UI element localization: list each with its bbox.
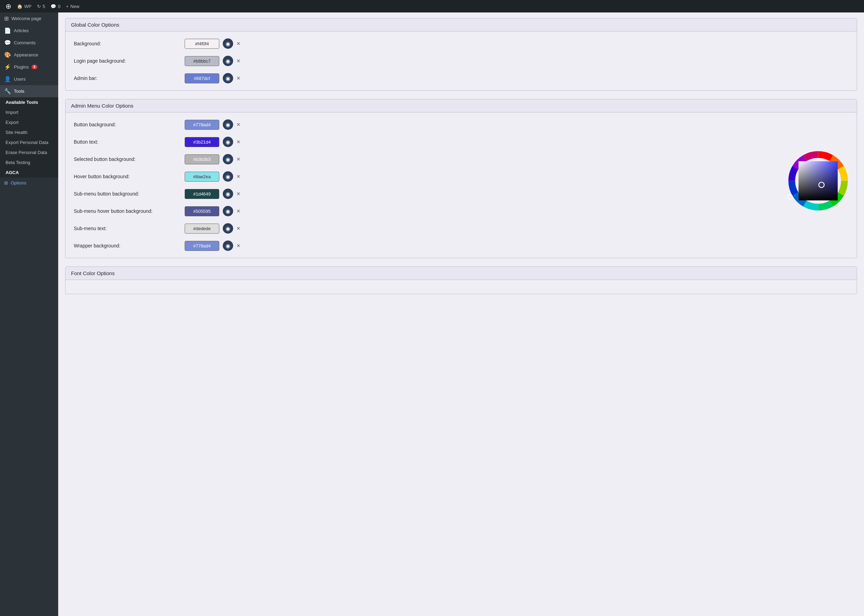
submenu-export[interactable]: Export (0, 117, 58, 127)
export-label: Export (6, 120, 19, 125)
submenu-hover-eyedropper[interactable]: ◉ (223, 206, 233, 216)
submenu-bg-clear[interactable]: × (236, 190, 240, 198)
sel-btn-eyedropper[interactable]: ◉ (223, 154, 233, 164)
submenu-bg-value: #1d4649 (193, 192, 211, 196)
admin-menu-color-body: Button background: #778ad4 ◉ × Button te… (65, 113, 857, 258)
sel-btn-row: Selected button background: #b3b3b3 ◉ × (74, 154, 848, 164)
sidebar-item-options[interactable]: ⊞ Options (0, 178, 58, 188)
background-label: Background: (74, 41, 184, 46)
welcome-icon: ⊞ (4, 15, 9, 22)
eyedropper-icon-6: ◉ (225, 156, 230, 163)
login-bg-color-input[interactable]: #b8bbc7 (184, 56, 219, 66)
color-wheel-svg (784, 147, 852, 215)
wrapper-bg-row: Wrapper background: #778ad4 ◉ × (74, 240, 848, 251)
wrapper-bg-color-input[interactable]: #778ad4 (184, 241, 219, 251)
submenu-text-eyedropper[interactable]: ◉ (223, 223, 233, 234)
global-color-section: Global Color Options Background: #f4f0f4… (65, 18, 857, 91)
eyedropper-icon-2: ◉ (225, 58, 230, 64)
btn-bg-clear[interactable]: × (236, 121, 240, 128)
font-color-body (65, 280, 857, 294)
sel-btn-clear[interactable]: × (236, 156, 240, 163)
sel-btn-value: #b3b3b3 (193, 157, 211, 162)
submenu-hover-clear[interactable]: × (236, 207, 240, 215)
wp-icon: ⊕ (6, 2, 11, 10)
admin-bar-color-input[interactable]: #687dcf (184, 73, 219, 83)
submenu-bg-eyedropper[interactable]: ◉ (223, 189, 233, 199)
font-color-section: Font Color Options (65, 267, 857, 294)
btn-txt-clear[interactable]: × (236, 138, 240, 146)
global-color-body: Background: #f4f0f4 ◉ × Login page backg… (65, 31, 857, 90)
new-content-button[interactable]: + New (63, 0, 82, 13)
main-content: Global Color Options Background: #f4f0f4… (58, 13, 864, 616)
admin-menu-color-title: Admin Menu Color Options (71, 103, 133, 108)
submenu-import[interactable]: Import (0, 107, 58, 117)
tools-submenu: Available Tools Import Export Site Healt… (0, 97, 58, 178)
sidebar-item-welcome[interactable]: ⊞ Welcome page (0, 13, 58, 25)
btn-txt-color-input[interactable]: #3b21d4 (184, 137, 219, 147)
wrapper-bg-clear[interactable]: × (236, 242, 240, 250)
admin-menu-color-header: Admin Menu Color Options (65, 99, 857, 113)
admin-bar-eyedropper[interactable]: ◉ (223, 73, 233, 83)
btn-bg-eyedropper[interactable]: ◉ (223, 119, 233, 130)
btn-txt-value: #3b21d4 (193, 140, 211, 145)
admin-bar-clear[interactable]: × (236, 75, 240, 82)
submenu-text-clear[interactable]: × (236, 225, 240, 232)
btn-bg-label: Button background: (74, 122, 184, 127)
submenu-agca[interactable]: AGCA (0, 168, 58, 178)
appearance-icon: 🎨 (4, 52, 11, 58)
hover-btn-label: Hover button background: (74, 174, 184, 179)
updates-button[interactable]: ↻ 5 (34, 0, 48, 13)
btn-txt-eyedropper[interactable]: ◉ (223, 137, 233, 147)
wrapper-bg-eyedropper[interactable]: ◉ (223, 240, 233, 251)
color-square-dark (799, 161, 838, 200)
background-clear[interactable]: × (236, 40, 240, 47)
background-eyedropper[interactable]: ◉ (223, 38, 233, 49)
sidebar-item-appearance[interactable]: 🎨 Appearance (0, 49, 58, 61)
eyedropper-icon-3: ◉ (225, 75, 230, 82)
color-wheel-widget[interactable] (784, 147, 852, 215)
admin-bar-color-label: Admin bar: (74, 75, 184, 81)
site-health-label: Site Health (6, 130, 28, 135)
plugins-label: Plugins (14, 64, 29, 69)
submenu-available-tools[interactable]: Available Tools (0, 97, 58, 107)
sidebar-item-comments[interactable]: 💬 Comments (0, 37, 58, 49)
comments-button[interactable]: 💬 0 (48, 0, 63, 13)
available-tools-label: Available Tools (6, 100, 38, 105)
submenu-bg-color-input[interactable]: #1d4649 (184, 189, 219, 199)
sidebar-item-users[interactable]: 👤 Users (0, 73, 58, 85)
hover-btn-color-input[interactable]: #8ae2ea (184, 172, 219, 182)
submenu-site-health[interactable]: Site Health (0, 127, 58, 137)
wp-logo-button[interactable]: ⊕ (3, 0, 14, 13)
agca-label: AGCA (6, 170, 19, 175)
submenu-export-personal[interactable]: Export Personal Data (0, 137, 58, 148)
hover-btn-clear[interactable]: × (236, 173, 240, 180)
users-icon: 👤 (4, 76, 11, 82)
submenu-beta-testing[interactable]: Beta Testing (0, 157, 58, 168)
login-bg-clear[interactable]: × (236, 57, 240, 65)
beta-testing-label: Beta Testing (6, 160, 30, 165)
eyedropper-icon-10: ◉ (225, 225, 230, 232)
login-bg-eyedropper[interactable]: ◉ (223, 56, 233, 66)
font-color-title: Font Color Options (71, 270, 115, 276)
sidebar-item-articles[interactable]: 📄 Articles (0, 25, 58, 37)
sel-btn-color-input[interactable]: #b3b3b3 (184, 154, 219, 164)
btn-bg-color-input[interactable]: #778ad4 (184, 120, 219, 130)
sel-btn-controls: #b3b3b3 ◉ × (184, 154, 240, 164)
options-label: Options (11, 180, 26, 185)
submenu-erase-personal[interactable]: Erase Personal Data (0, 148, 58, 157)
submenu-hover-color-input[interactable]: #505595 (184, 206, 219, 216)
submenu-text-color-input[interactable]: #dedede (184, 223, 219, 234)
btn-bg-controls: #778ad4 ◉ × (184, 119, 240, 130)
background-color-input[interactable]: #f4f0f4 (184, 39, 219, 49)
global-color-header: Global Color Options (65, 18, 857, 31)
hover-btn-eyedropper[interactable]: ◉ (223, 171, 233, 182)
comments-icon: 💬 (50, 4, 56, 9)
btn-bg-row: Button background: #778ad4 ◉ × (74, 119, 848, 130)
comments-count: 0 (58, 4, 60, 9)
sidebar: ⊞ Welcome page 📄 Articles 💬 Comments 🎨 A… (0, 13, 58, 616)
eyedropper-icon-8: ◉ (225, 191, 230, 197)
btn-txt-row: Button text: #3b21d4 ◉ × (74, 137, 848, 147)
sidebar-item-tools[interactable]: 🔧 Tools (0, 85, 58, 97)
site-name-button[interactable]: 🏠 WP (14, 0, 34, 13)
sidebar-item-plugins[interactable]: ⚡ Plugins 5 (0, 61, 58, 73)
